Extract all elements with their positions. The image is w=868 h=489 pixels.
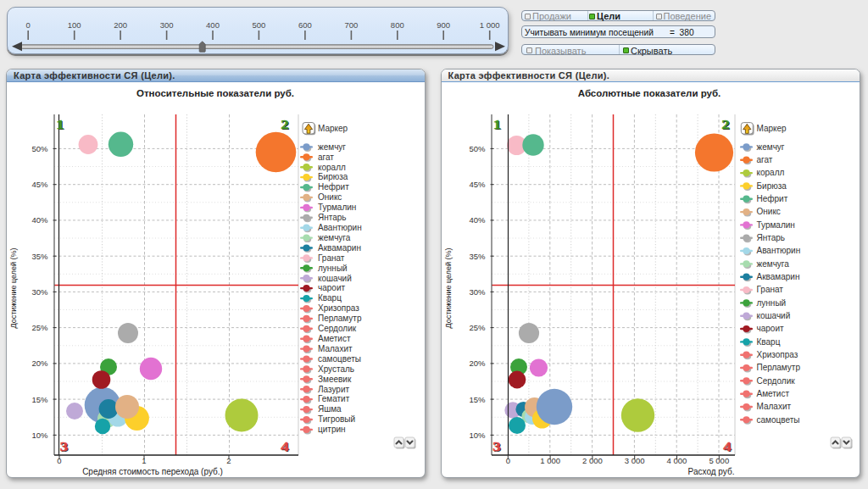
svg-text:Бирюза: Бирюза [318,172,348,181]
svg-text:Гематит: Гематит [318,394,350,403]
svg-text:1: 1 [492,119,501,131]
svg-text:Перламутр: Перламутр [318,314,362,323]
svg-text:2: 2 [226,456,231,465]
svg-text:Янтарь: Янтарь [756,233,785,242]
svg-text:жемчуга: жемчуга [756,259,789,269]
svg-text:Лазурит: Лазурит [318,385,350,394]
svg-text:4: 4 [723,441,732,453]
svg-text:коралл: коралл [318,163,346,172]
svg-text:100: 100 [68,20,81,30]
svg-text:3: 3 [492,441,501,453]
svg-text:Хризопраз: Хризопраз [756,350,798,359]
svg-text:45%: 45% [31,180,48,189]
svg-text:600: 600 [298,20,312,30]
svg-text:Абсолютные показатели руб.: Абсолютные показатели руб. [577,88,720,98]
svg-text:2: 2 [281,119,289,131]
svg-text:400: 400 [206,20,220,30]
svg-text:500: 500 [252,20,265,30]
svg-text:50%: 50% [31,144,48,153]
svg-text:Гранат: Гранат [756,285,783,294]
svg-text:10%: 10% [31,431,48,440]
svg-text:Оникс: Оникс [756,207,780,216]
svg-text:Кварц: Кварц [318,293,342,303]
svg-text:700: 700 [344,20,358,30]
svg-text:жемчуга: жемчуга [318,233,351,242]
svg-text:30%: 30% [31,287,48,297]
svg-text:Змеевик: Змеевик [318,375,352,384]
svg-text:Достижение целей (%): Достижение целей (%) [444,248,453,329]
svg-text:3: 3 [60,441,69,453]
svg-text:Кварц: Кварц [756,337,780,347]
svg-text:кошачий: кошачий [318,274,352,283]
svg-text:Средняя стоимость перехода (ру: Средняя стоимость перехода (руб.) [82,467,223,476]
svg-text:лунный: лунный [756,298,786,308]
svg-text:0: 0 [26,20,31,30]
svg-text:коралл: коралл [756,168,784,177]
svg-text:Нефрит: Нефрит [756,194,787,203]
svg-text:2: 2 [721,119,730,131]
svg-text:Аквамарин: Аквамарин [318,243,361,253]
svg-text:25%: 25% [469,323,486,332]
svg-text:Малахит: Малахит [756,402,791,411]
svg-text:4 000: 4 000 [666,456,687,465]
svg-text:800: 800 [391,20,404,30]
svg-text:Расход руб.: Расход руб. [687,467,734,476]
svg-text:5 000: 5 000 [709,456,729,465]
svg-text:0: 0 [505,456,509,465]
svg-text:Маркер: Маркер [756,124,787,133]
svg-text:30%: 30% [469,287,486,297]
svg-text:Турмалин: Турмалин [756,220,794,230]
svg-text:3 000: 3 000 [624,456,644,465]
svg-text:жемчуг: жемчуг [318,142,346,152]
svg-text:Гранат: Гранат [318,253,345,263]
svg-text:Тигровый: Тигровый [318,414,355,424]
svg-text:1: 1 [142,456,146,465]
svg-text:45%: 45% [469,180,486,189]
svg-text:35%: 35% [31,252,48,261]
svg-text:15%: 15% [469,395,486,404]
svg-text:1: 1 [56,119,64,131]
svg-text:Сердолик: Сердолик [756,376,795,386]
svg-text:0: 0 [57,456,61,465]
svg-text:200: 200 [114,20,127,30]
svg-text:40%: 40% [31,215,48,225]
svg-text:Авантюрин: Авантюрин [318,223,362,232]
svg-text:1 000: 1 000 [540,456,560,465]
svg-text:15%: 15% [31,395,48,404]
svg-text:Оникс: Оникс [318,192,342,202]
svg-text:чароит: чароит [318,283,345,292]
svg-text:Бирюза: Бирюза [756,181,787,191]
svg-text:цитрин: цитрин [318,425,346,434]
svg-text:Маркер: Маркер [318,124,348,133]
svg-text:Хризопраз: Хризопраз [318,303,359,313]
svg-text:20%: 20% [469,358,486,368]
svg-text:Авантюрин: Авантюрин [756,246,800,255]
svg-text:Аквамарин: Аквамарин [756,272,799,281]
svg-text:самоцветы: самоцветы [318,354,361,364]
svg-text:4: 4 [281,441,289,453]
svg-text:агат: агат [756,155,772,164]
svg-text:Хрусталь: Хрусталь [318,364,354,374]
svg-text:300: 300 [160,20,174,30]
svg-text:Аметист: Аметист [756,389,789,398]
svg-text:40%: 40% [469,215,486,225]
svg-text:кошачий: кошачий [756,311,790,320]
svg-text:20%: 20% [31,358,48,368]
svg-text:чароит: чароит [756,324,783,333]
svg-text:Перламутр: Перламутр [756,363,800,372]
svg-text:Достижение целей (%): Достижение целей (%) [9,248,18,329]
svg-text:Аметист: Аметист [318,334,351,343]
svg-text:2 000: 2 000 [582,456,603,465]
svg-text:Янтарь: Янтарь [318,213,347,222]
svg-text:Турмалин: Турмалин [318,203,356,212]
svg-text:агат: агат [318,153,334,162]
svg-text:1 000: 1 000 [480,20,500,30]
svg-text:лунный: лунный [318,264,348,273]
svg-text:Сердолик: Сердолик [318,324,357,333]
svg-text:Нефрит: Нефрит [318,182,349,192]
svg-text:35%: 35% [469,252,486,261]
svg-text:900: 900 [437,20,450,30]
svg-text:25%: 25% [31,323,48,332]
svg-text:жемчуг: жемчуг [756,142,784,152]
svg-text:10%: 10% [469,431,486,440]
